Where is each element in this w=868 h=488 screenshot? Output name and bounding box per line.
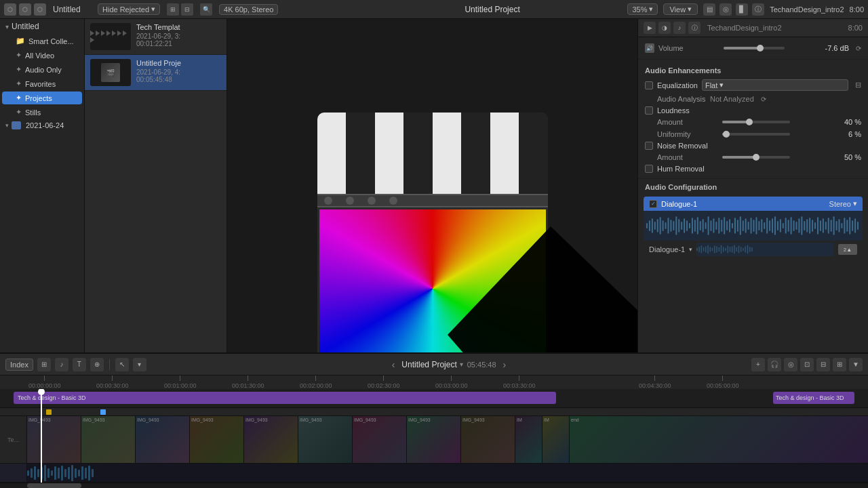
timeline-trim-icon[interactable]: ⊟ (816, 358, 830, 371)
marker-2[interactable] (100, 409, 106, 415)
timeline-nav-prev[interactable]: ‹ (389, 359, 398, 370)
equalization-dropdown[interactable]: Flat ▾ (702, 79, 848, 91)
audio-track-label (0, 464, 27, 482)
timeline-tool-expand[interactable]: ▾ (133, 358, 146, 371)
timeline-scrollbar[interactable] (0, 483, 868, 488)
timeline-headphones-icon[interactable]: 🎧 (768, 358, 781, 371)
browser-thumbnail-2: 🎬 (90, 59, 131, 86)
svg-rect-76 (849, 217, 850, 235)
inspector-info-icon[interactable]: ⓘ (688, 22, 701, 34)
app-icon-1[interactable]: ⬡ (4, 3, 16, 16)
svg-rect-93 (725, 248, 726, 251)
sidebar-favorites-icon: ✦ (16, 79, 22, 88)
hum-removal-checkbox[interactable] (645, 165, 653, 173)
sidebar-item-smart-collections[interactable]: 📁 Smart Colle... (2, 35, 82, 47)
timeline-marker-icon[interactable]: ▼ (849, 358, 863, 371)
thumb-cell-6[interactable]: IMG_9493 (353, 416, 407, 463)
volume-reset-icon[interactable]: ⟳ (856, 45, 861, 52)
audio-sub-expand-icon[interactable]: ▾ (689, 246, 692, 253)
loudness-amount-thumb[interactable] (746, 119, 753, 125)
timeline-zoom-in-icon[interactable]: + (751, 358, 765, 371)
thumb-cell-7[interactable]: IMG_9493 (407, 416, 461, 463)
uniformity-thumb[interactable] (723, 131, 730, 138)
scope-icon[interactable]: ◎ (719, 3, 732, 16)
loudness-checkbox[interactable] (645, 106, 653, 115)
timeline-more-icon[interactable]: ⊕ (90, 358, 104, 371)
sidebar-project-header[interactable]: ▾ Untitled (0, 19, 84, 34)
audio-sub-badge[interactable]: 2▲ (838, 244, 857, 255)
title-bar-2[interactable]: Tech & design - Basic 3D (773, 392, 854, 404)
audio-channel-header: ✓ Dialogue-1 Stereo ▾ (644, 197, 863, 211)
timeline-audio-icon[interactable]: ♪ (55, 358, 68, 371)
sidebar-all-video-icon: ✦ (16, 51, 22, 60)
noise-amount-thumb[interactable] (753, 154, 760, 161)
thumb-cell-8[interactable]: IMG_9493 (461, 416, 515, 463)
svg-rect-96 (732, 246, 733, 253)
timeline-clip-icon[interactable]: ⊞ (37, 358, 51, 371)
view-button[interactable]: View ▾ (663, 3, 698, 15)
svg-rect-6 (663, 220, 664, 231)
thumb-cell-1[interactable]: IMG_9493 (81, 416, 136, 463)
hide-rejected-button[interactable]: Hide Rejected ▾ (98, 3, 160, 15)
equalization-checkbox[interactable] (645, 81, 653, 89)
inspector-audio-icon[interactable]: ♪ (673, 22, 686, 34)
sub-waveform-svg (696, 243, 834, 256)
timeline-mute-icon[interactable]: ◎ (784, 358, 797, 371)
thumb-cell-2[interactable]: IMG_9493 (136, 416, 190, 463)
sidebar-item-stills[interactable]: ✦ Stills (2, 106, 82, 119)
zoom-selector[interactable]: 35% ▾ (627, 3, 658, 15)
svg-rect-56 (796, 222, 797, 230)
timeline-index-btn[interactable]: Index (5, 359, 33, 371)
sidebar-item-all-video[interactable]: ✦ All Video (2, 49, 82, 62)
uniformity-slider[interactable] (722, 133, 790, 136)
view-grid-btn[interactable]: ⊟ (181, 3, 193, 16)
noise-removal-checkbox[interactable] (645, 142, 653, 150)
timeline-solo-icon[interactable]: ⊡ (800, 358, 814, 371)
thumb-cell-end[interactable]: end (570, 416, 868, 463)
inspector-video-icon[interactable]: ▶ (644, 22, 656, 34)
timeline-nav-next[interactable]: › (500, 359, 509, 370)
audio-channel-1-type[interactable]: Stereo ▾ (829, 199, 857, 208)
inspector-color-icon[interactable]: ◑ (658, 22, 671, 34)
ruler-mark-9: 00:04:30:00 (639, 375, 671, 389)
scrollbar-thumb[interactable] (27, 483, 81, 488)
sidebar-item-projects[interactable]: ✦ Projects (2, 92, 82, 104)
timeline-title-icon[interactable]: T (73, 358, 86, 371)
thumb-cell-9[interactable]: IM (515, 416, 542, 463)
thumb-cell-0[interactable]: IMG_9493 (27, 416, 81, 463)
title-bar-1[interactable]: Tech & design - Basic 3D (14, 392, 556, 404)
thumbnail-preview-2: 🎬 (90, 59, 131, 86)
timeline-snap-icon[interactable]: ⊞ (833, 358, 846, 371)
audio-config-section: Audio Configuration ✓ Dialogue-1 Stereo … (638, 179, 868, 261)
audio-meter-icon[interactable]: ▊ (736, 3, 748, 16)
audio-channel-1-checkbox[interactable]: ✓ (649, 200, 657, 208)
volume-slider[interactable] (724, 47, 785, 49)
audio-analysis-icon[interactable]: ⟳ (761, 96, 766, 103)
sidebar-item-audio-only[interactable]: ✦ Audio Only (2, 63, 82, 76)
timeline-select-tool[interactable]: ↖ (115, 358, 129, 371)
browser-item-1[interactable]: Tech Templat 2021-06-29, 3: 00:01:22:21 (85, 19, 226, 55)
noise-amount-slider[interactable] (722, 156, 790, 159)
thumb-cell-10[interactable]: IM (542, 416, 570, 463)
thumb-cell-3[interactable]: IMG_9493 (190, 416, 244, 463)
thumb-cell-4[interactable]: IMG_9493 (244, 416, 298, 463)
sidebar-date-group[interactable]: ▾ 2021-06-24 (0, 119, 84, 131)
loudness-amount-slider[interactable] (722, 121, 790, 123)
quality-label[interactable]: 4K 60p, Stereo (219, 4, 278, 15)
svg-rect-87 (712, 248, 713, 251)
inspector-icon[interactable]: ▤ (703, 3, 715, 16)
sidebar-collapse-icon: ▾ (5, 23, 9, 30)
marker-1[interactable] (46, 409, 52, 415)
browser-item-2[interactable]: 🎬 Untitled Proje 2021-06-29, 4: 00:05:45… (85, 55, 226, 91)
app-icon-2[interactable]: ⬡ (19, 3, 31, 16)
sidebar-item-favorites[interactable]: ✦ Favorites (2, 77, 82, 90)
view-list-btn[interactable]: ⊞ (167, 3, 179, 16)
volume-thumb[interactable] (757, 45, 764, 52)
equalization-expand-icon[interactable]: ⊟ (855, 81, 861, 89)
search-btn[interactable]: 🔍 (200, 3, 212, 16)
app-icon-3[interactable]: ⬡ (34, 3, 46, 16)
svg-rect-101 (743, 248, 744, 251)
thumb-cell-5[interactable]: IMG_9493 (298, 416, 353, 463)
info-icon[interactable]: ⓘ (752, 3, 764, 16)
svg-rect-17 (692, 218, 693, 234)
